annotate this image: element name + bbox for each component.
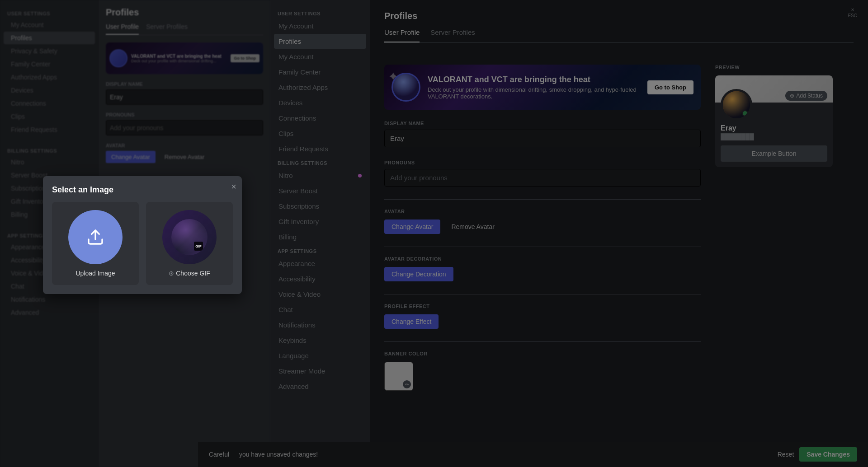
upload-circle [68, 210, 123, 264]
upload-image-option[interactable]: Upload Image [52, 202, 139, 285]
upload-image-label: Upload Image [75, 270, 115, 277]
modal-options: Upload Image GIF ⊛ Choose GIF [52, 202, 233, 285]
choose-gif-option[interactable]: GIF ⊛ Choose GIF [146, 202, 233, 285]
upload-icon [86, 228, 104, 246]
modal-overlay: Select an Image × Upload Image [0, 0, 868, 467]
modal-title: Select an Image [52, 185, 233, 195]
select-image-modal: Select an Image × Upload Image [43, 176, 242, 294]
gif-circle: GIF [162, 210, 217, 264]
choose-gif-label: Choose GIF [176, 270, 210, 277]
modal-close-button[interactable]: × [231, 182, 236, 192]
